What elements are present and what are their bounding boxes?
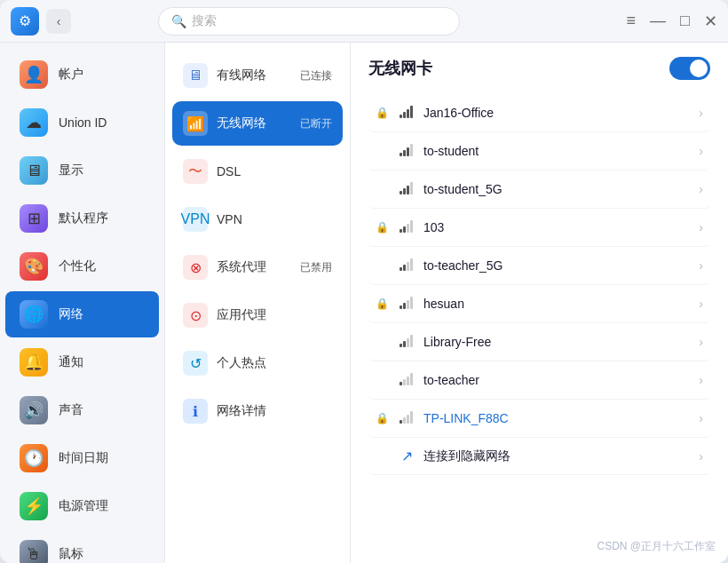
sidebar-label-unionid: Union ID xyxy=(59,115,107,130)
wifi-signal-icon xyxy=(397,142,416,160)
sidebar-item-display[interactable]: 🖥显示 xyxy=(5,147,159,194)
proxy-icon: ⊗ xyxy=(183,255,208,280)
sidebar-label-power: 电源管理 xyxy=(59,498,108,514)
wifi-name: to-teacher xyxy=(423,373,692,387)
middle-item-dsl[interactable]: 〜DSL xyxy=(172,149,343,194)
sidebar-label-display: 显示 xyxy=(59,163,83,178)
middle-item-hotspot[interactable]: ↺个人热点 xyxy=(172,341,343,385)
wifi-chevron-icon: › xyxy=(699,106,703,120)
svg-rect-1 xyxy=(403,112,406,118)
svg-rect-33 xyxy=(403,417,406,424)
svg-rect-22 xyxy=(407,300,409,309)
wireless-icon: 📶 xyxy=(183,111,208,136)
middle-item-wired[interactable]: 🖥有线网络已连接 xyxy=(172,53,343,98)
titlebar: ⚙ ‹ 🔍 搜索 ≡ — □ ✕ xyxy=(0,0,728,43)
svg-rect-2 xyxy=(407,109,409,118)
middle-item-wireless[interactable]: 📶无线网络已断开 xyxy=(172,101,343,146)
wireless-card-title: 无线网卡 xyxy=(368,58,432,79)
sidebar-label-mouse: 鼠标 xyxy=(59,546,83,562)
svg-rect-27 xyxy=(410,335,413,347)
svg-rect-34 xyxy=(407,415,409,424)
wifi-item[interactable]: 🔒hesuan› xyxy=(368,285,710,323)
wifi-name: 103 xyxy=(423,220,692,234)
wifi-chevron-icon: › xyxy=(699,258,703,273)
wifi-signal-icon xyxy=(397,257,416,274)
svg-rect-6 xyxy=(407,147,409,156)
svg-rect-10 xyxy=(407,186,409,194)
wifi-signal-icon xyxy=(397,218,416,236)
sidebar-item-power[interactable]: ⚡电源管理 xyxy=(5,483,159,529)
wifi-chevron-icon: › xyxy=(699,411,703,425)
svg-rect-23 xyxy=(410,297,413,309)
svg-rect-13 xyxy=(403,226,406,233)
watermark: CSDN @正月十六工作室 xyxy=(597,539,716,554)
app-logo-icon: ⚙ xyxy=(11,7,39,36)
wifi-name: to-student_5G xyxy=(423,182,692,196)
svg-rect-21 xyxy=(403,303,406,309)
display-icon: 🖥 xyxy=(20,156,48,185)
wireless-toggle[interactable] xyxy=(669,57,710,80)
svg-rect-18 xyxy=(407,262,409,271)
wifi-item[interactable]: 🔒103› xyxy=(368,209,710,247)
wifi-lock-icon: 🔒 xyxy=(376,221,390,234)
middle-label-hotspot: 个人热点 xyxy=(217,355,332,371)
sidebar-item-notify[interactable]: 🔔通知 xyxy=(5,339,159,385)
sidebar-label-personal: 个性化 xyxy=(59,258,96,274)
hotspot-icon: ↺ xyxy=(183,351,208,376)
middle-item-appproxy[interactable]: ⊙应用代理 xyxy=(172,293,343,337)
personal-icon: 🎨 xyxy=(20,252,48,281)
middle-label-proxy: 系统代理 xyxy=(217,259,291,275)
sidebar-item-default[interactable]: ⊞默认程序 xyxy=(5,195,159,242)
wifi-item[interactable]: to-teacher› xyxy=(368,361,710,400)
wifi-lock-icon: 🔒 xyxy=(376,297,390,310)
default-icon: ⊞ xyxy=(20,204,48,233)
sidebar-label-datetime: 时间日期 xyxy=(59,450,108,466)
svg-rect-35 xyxy=(410,411,413,424)
svg-rect-26 xyxy=(407,338,409,347)
middle-item-vpn[interactable]: VPNVPN xyxy=(172,197,343,242)
wifi-item[interactable]: Library-Free› xyxy=(368,323,710,361)
wifi-item[interactable]: 🔒TP-LINK_F88C› xyxy=(368,400,710,438)
sidebar-label-sound: 声音 xyxy=(59,402,83,418)
middle-item-detail[interactable]: ℹ网络详情 xyxy=(172,389,343,433)
svg-rect-9 xyxy=(403,188,406,194)
datetime-icon: 🕐 xyxy=(20,444,48,472)
middle-label-vpn: VPN xyxy=(217,212,332,226)
wifi-item[interactable]: to-student› xyxy=(368,132,710,170)
close-icon[interactable]: ✕ xyxy=(704,12,717,31)
sidebar-item-mouse[interactable]: 🖱鼠标 xyxy=(5,531,159,563)
maximize-icon[interactable]: □ xyxy=(680,12,690,30)
wifi-signal-icon xyxy=(397,409,416,427)
network-icon: 🌐 xyxy=(20,300,48,329)
wifi-chevron-icon: › xyxy=(699,335,703,349)
sidebar-item-sound[interactable]: 🔊声音 xyxy=(5,387,159,433)
sidebar-item-account[interactable]: 👤帐户 xyxy=(5,52,159,98)
minimize-icon[interactable]: — xyxy=(650,12,666,30)
sound-icon: 🔊 xyxy=(20,396,48,424)
wifi-name: hesuan xyxy=(423,297,692,311)
menu-icon[interactable]: ≡ xyxy=(627,12,637,30)
sidebar-label-network: 网络 xyxy=(59,306,83,322)
wifi-item[interactable]: ↗连接到隐藏网络› xyxy=(368,438,710,475)
sidebar-item-unionid[interactable]: ☁Union ID xyxy=(5,99,159,146)
svg-rect-4 xyxy=(400,153,402,156)
middle-label-detail: 网络详情 xyxy=(217,403,332,419)
sidebar-item-datetime[interactable]: 🕐时间日期 xyxy=(5,435,159,481)
svg-rect-19 xyxy=(410,258,413,271)
wifi-chevron-icon: › xyxy=(699,373,703,387)
wifi-item[interactable]: 🔒Jan16-Office› xyxy=(368,94,710,132)
wifi-list: 🔒Jan16-Office›to-student›to-student_5G›🔒… xyxy=(368,94,710,475)
sidebar-item-network[interactable]: 🌐网络 xyxy=(5,291,159,337)
wifi-item[interactable]: to-teacher_5G› xyxy=(368,247,710,285)
sidebar-item-personal[interactable]: 🎨个性化 xyxy=(5,243,159,289)
middle-item-proxy[interactable]: ⊗系统代理已禁用 xyxy=(172,245,343,289)
wifi-item[interactable]: to-student_5G› xyxy=(368,170,710,209)
middle-status-wireless: 已断开 xyxy=(300,116,332,131)
middle-label-dsl: DSL xyxy=(217,164,332,178)
svg-rect-16 xyxy=(400,267,402,271)
svg-rect-11 xyxy=(410,182,413,194)
svg-rect-24 xyxy=(400,344,402,347)
back-button[interactable]: ‹ xyxy=(46,9,71,34)
svg-rect-20 xyxy=(400,305,402,309)
search-bar[interactable]: 🔍 搜索 xyxy=(158,7,460,36)
